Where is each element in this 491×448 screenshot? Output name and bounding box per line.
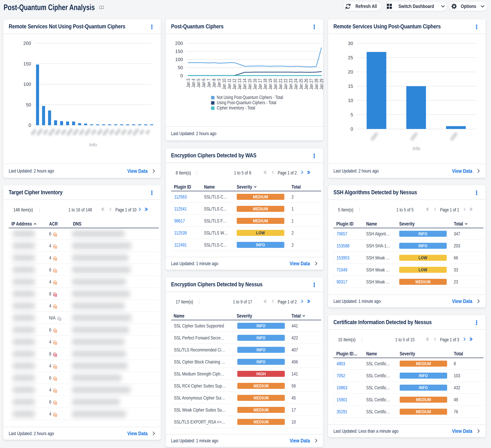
- svg-text:150: 150: [23, 61, 31, 66]
- svg-text:Jan 16: Jan 16: [252, 79, 258, 90]
- svg-text:15: 15: [348, 84, 353, 89]
- svg-text:Jan 24: Jan 24: [293, 79, 299, 90]
- svg-text:Jan 28: Jan 28: [314, 79, 319, 90]
- svg-text:30: 30: [348, 41, 353, 46]
- svg-text:Not Using Post-Quantum Ciphers: Not Using Post-Quantum Ciphers - Total: [217, 95, 283, 100]
- svg-text:20: 20: [348, 69, 353, 75]
- svg-text:Jan 11: Jan 11: [227, 79, 232, 89]
- svg-text:Info: Info: [89, 142, 97, 148]
- svg-text:Cipher Inventory - Total: Cipher Inventory - Total: [217, 105, 255, 110]
- svg-text:25: 25: [348, 55, 353, 60]
- svg-text:Jan 15: Jan 15: [247, 79, 253, 90]
- svg-text:150: 150: [175, 49, 183, 54]
- svg-text:Jan 23: Jan 23: [288, 79, 293, 90]
- svg-text:Jan 5: Jan 5: [196, 79, 201, 87]
- svg-text:Jan 27: Jan 27: [309, 79, 314, 90]
- svg-text:100: 100: [175, 57, 183, 62]
- svg-text:Jan 20: Jan 20: [273, 79, 278, 90]
- svg-text:Jan 13: Jan 13: [237, 79, 242, 90]
- svg-text:Jan 7: Jan 7: [206, 79, 211, 87]
- svg-text:Jan 29: Jan 29: [319, 79, 323, 90]
- svg-text:50: 50: [178, 65, 183, 70]
- svg-text:Jan 8: Jan 8: [211, 79, 217, 87]
- svg-text:0: 0: [28, 123, 31, 128]
- svg-text:0: 0: [180, 73, 183, 78]
- svg-text:Jan 6: Jan 6: [201, 79, 206, 87]
- svg-text:Jan 25: Jan 25: [298, 79, 304, 90]
- svg-text:Jan 4: Jan 4: [191, 79, 196, 87]
- svg-text:Jan 21: Jan 21: [278, 79, 283, 90]
- svg-text:100: 100: [23, 82, 31, 87]
- svg-text:50: 50: [26, 102, 31, 108]
- svg-text:0: 0: [350, 126, 353, 132]
- svg-text:Jan 18: Jan 18: [263, 79, 268, 90]
- svg-text:Jan 19: Jan 19: [268, 79, 273, 90]
- svg-text:Jan 26: Jan 26: [303, 79, 309, 90]
- svg-text:Jan 12: Jan 12: [232, 79, 237, 90]
- svg-text:Jan 10: Jan 10: [222, 79, 227, 90]
- svg-text:200: 200: [175, 41, 183, 46]
- svg-text:10: 10: [348, 98, 353, 103]
- svg-text:Jan 3: Jan 3: [186, 79, 191, 87]
- svg-text:Jan 17: Jan 17: [257, 79, 263, 90]
- svg-text:5: 5: [350, 112, 353, 117]
- svg-text:200: 200: [23, 41, 31, 46]
- svg-text:Using Post-Quantum Ciphers - T: Using Post-Quantum Ciphers - Total: [217, 100, 276, 105]
- svg-text:Info: Info: [413, 146, 420, 151]
- svg-text:Jan 14: Jan 14: [242, 79, 247, 90]
- svg-text:Jan 9: Jan 9: [217, 79, 222, 87]
- svg-text:Jan 22: Jan 22: [283, 79, 288, 90]
